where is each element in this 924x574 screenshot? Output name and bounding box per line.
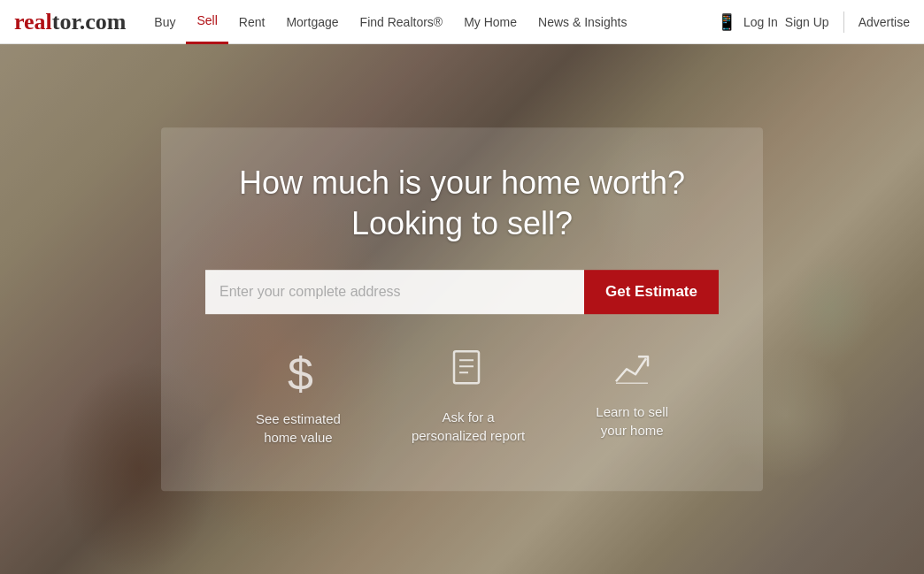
header-divider — [843, 11, 844, 33]
address-search-input[interactable] — [205, 270, 584, 314]
main-nav: Buy Sell Rent Mortgage Find Realtors® My… — [143, 0, 717, 44]
logo[interactable]: realtor.com — [14, 9, 126, 35]
get-estimate-button[interactable]: Get Estimate — [584, 270, 719, 314]
svg-text:$: $ — [288, 349, 313, 395]
nav-sell[interactable]: Sell — [186, 0, 227, 44]
nav-rent[interactable]: Rent — [228, 0, 276, 44]
feature-report: Ask for a personalized report — [412, 349, 525, 447]
nav-buy[interactable]: Buy — [143, 0, 186, 44]
search-row: Get Estimate — [205, 270, 719, 314]
hero-title-line2: Looking to sell? — [351, 206, 573, 242]
hero-section: How much is your home worth? Looking to … — [0, 44, 924, 574]
document-icon — [450, 349, 486, 399]
feature-learn-sell-label: Learn to sell your home — [596, 402, 668, 440]
log-in-link[interactable]: Log In — [743, 15, 778, 29]
feature-report-label: Ask for a personalized report — [412, 408, 525, 445]
hero-panel: How much is your home worth? Looking to … — [161, 127, 763, 492]
sign-up-link[interactable]: Sign Up — [785, 15, 829, 29]
advertise-link[interactable]: Advertise — [859, 15, 910, 29]
nav-find-realtors[interactable]: Find Realtors® — [350, 0, 454, 44]
mobile-icon[interactable]: 📱 — [717, 12, 736, 32]
header: realtor.com Buy Sell Rent Mortgage Find … — [0, 0, 924, 44]
nav-mortgage[interactable]: Mortgage — [275, 0, 349, 44]
dollar-icon: $ — [279, 349, 318, 401]
feature-home-value-label: See estimated home value — [256, 409, 341, 447]
hero-title: How much is your home worth? Looking to … — [205, 163, 719, 246]
nav-my-home[interactable]: My Home — [453, 0, 527, 44]
chart-icon — [612, 349, 651, 394]
logo-real: real — [14, 9, 52, 35]
hero-title-line1: How much is your home worth? — [239, 165, 685, 201]
header-right: 📱 Log In Sign Up Advertise — [717, 11, 910, 33]
feature-home-value: $ See estimated home value — [256, 349, 341, 447]
features-row: $ See estimated home value — [205, 349, 719, 447]
nav-news-insights[interactable]: News & Insights — [527, 0, 637, 44]
logo-tor: tor.com — [52, 9, 127, 35]
feature-learn-sell: Learn to sell your home — [596, 349, 668, 447]
